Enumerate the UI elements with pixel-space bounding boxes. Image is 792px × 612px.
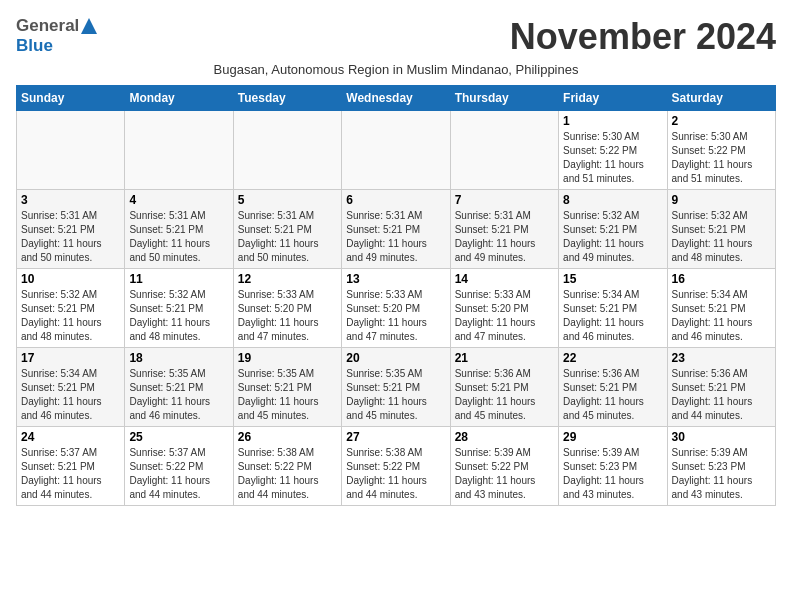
day-number: 10 bbox=[21, 272, 120, 286]
calendar-week-row: 3Sunrise: 5:31 AM Sunset: 5:21 PM Daylig… bbox=[17, 190, 776, 269]
calendar-cell: 15Sunrise: 5:34 AM Sunset: 5:21 PM Dayli… bbox=[559, 269, 667, 348]
calendar-cell: 11Sunrise: 5:32 AM Sunset: 5:21 PM Dayli… bbox=[125, 269, 233, 348]
calendar-cell: 30Sunrise: 5:39 AM Sunset: 5:23 PM Dayli… bbox=[667, 427, 775, 506]
calendar-day-header: Wednesday bbox=[342, 86, 450, 111]
day-number: 27 bbox=[346, 430, 445, 444]
day-info: Sunrise: 5:31 AM Sunset: 5:21 PM Dayligh… bbox=[238, 209, 337, 265]
day-info: Sunrise: 5:32 AM Sunset: 5:21 PM Dayligh… bbox=[129, 288, 228, 344]
day-number: 20 bbox=[346, 351, 445, 365]
calendar-table: SundayMondayTuesdayWednesdayThursdayFrid… bbox=[16, 85, 776, 506]
day-info: Sunrise: 5:36 AM Sunset: 5:21 PM Dayligh… bbox=[563, 367, 662, 423]
day-info: Sunrise: 5:35 AM Sunset: 5:21 PM Dayligh… bbox=[346, 367, 445, 423]
day-info: Sunrise: 5:34 AM Sunset: 5:21 PM Dayligh… bbox=[563, 288, 662, 344]
calendar-day-header: Thursday bbox=[450, 86, 558, 111]
day-info: Sunrise: 5:39 AM Sunset: 5:23 PM Dayligh… bbox=[563, 446, 662, 502]
day-number: 6 bbox=[346, 193, 445, 207]
day-info: Sunrise: 5:30 AM Sunset: 5:22 PM Dayligh… bbox=[672, 130, 771, 186]
day-info: Sunrise: 5:34 AM Sunset: 5:21 PM Dayligh… bbox=[672, 288, 771, 344]
day-info: Sunrise: 5:33 AM Sunset: 5:20 PM Dayligh… bbox=[238, 288, 337, 344]
day-number: 21 bbox=[455, 351, 554, 365]
logo-general-text: General bbox=[16, 16, 79, 36]
day-number: 24 bbox=[21, 430, 120, 444]
calendar-cell: 22Sunrise: 5:36 AM Sunset: 5:21 PM Dayli… bbox=[559, 348, 667, 427]
day-info: Sunrise: 5:37 AM Sunset: 5:22 PM Dayligh… bbox=[129, 446, 228, 502]
day-info: Sunrise: 5:31 AM Sunset: 5:21 PM Dayligh… bbox=[129, 209, 228, 265]
calendar-header: SundayMondayTuesdayWednesdayThursdayFrid… bbox=[17, 86, 776, 111]
calendar-subtitle: Bugasan, Autonomous Region in Muslim Min… bbox=[16, 62, 776, 77]
calendar-cell: 18Sunrise: 5:35 AM Sunset: 5:21 PM Dayli… bbox=[125, 348, 233, 427]
calendar-cell: 1Sunrise: 5:30 AM Sunset: 5:22 PM Daylig… bbox=[559, 111, 667, 190]
day-number: 9 bbox=[672, 193, 771, 207]
day-info: Sunrise: 5:31 AM Sunset: 5:21 PM Dayligh… bbox=[21, 209, 120, 265]
day-number: 16 bbox=[672, 272, 771, 286]
day-info: Sunrise: 5:34 AM Sunset: 5:21 PM Dayligh… bbox=[21, 367, 120, 423]
day-number: 12 bbox=[238, 272, 337, 286]
calendar-cell: 27Sunrise: 5:38 AM Sunset: 5:22 PM Dayli… bbox=[342, 427, 450, 506]
calendar-cell: 17Sunrise: 5:34 AM Sunset: 5:21 PM Dayli… bbox=[17, 348, 125, 427]
logo: General Blue bbox=[16, 16, 99, 56]
logo-blue-text: Blue bbox=[16, 36, 53, 56]
calendar-cell: 16Sunrise: 5:34 AM Sunset: 5:21 PM Dayli… bbox=[667, 269, 775, 348]
day-info: Sunrise: 5:31 AM Sunset: 5:21 PM Dayligh… bbox=[346, 209, 445, 265]
calendar-cell bbox=[125, 111, 233, 190]
day-number: 19 bbox=[238, 351, 337, 365]
calendar-cell: 25Sunrise: 5:37 AM Sunset: 5:22 PM Dayli… bbox=[125, 427, 233, 506]
day-info: Sunrise: 5:31 AM Sunset: 5:21 PM Dayligh… bbox=[455, 209, 554, 265]
calendar-cell: 4Sunrise: 5:31 AM Sunset: 5:21 PM Daylig… bbox=[125, 190, 233, 269]
calendar-cell: 5Sunrise: 5:31 AM Sunset: 5:21 PM Daylig… bbox=[233, 190, 341, 269]
day-info: Sunrise: 5:37 AM Sunset: 5:21 PM Dayligh… bbox=[21, 446, 120, 502]
calendar-cell: 21Sunrise: 5:36 AM Sunset: 5:21 PM Dayli… bbox=[450, 348, 558, 427]
calendar-week-row: 24Sunrise: 5:37 AM Sunset: 5:21 PM Dayli… bbox=[17, 427, 776, 506]
day-number: 8 bbox=[563, 193, 662, 207]
calendar-cell: 9Sunrise: 5:32 AM Sunset: 5:21 PM Daylig… bbox=[667, 190, 775, 269]
calendar-day-header: Saturday bbox=[667, 86, 775, 111]
day-number: 23 bbox=[672, 351, 771, 365]
calendar-cell: 14Sunrise: 5:33 AM Sunset: 5:20 PM Dayli… bbox=[450, 269, 558, 348]
calendar-day-header: Sunday bbox=[17, 86, 125, 111]
day-number: 13 bbox=[346, 272, 445, 286]
day-info: Sunrise: 5:35 AM Sunset: 5:21 PM Dayligh… bbox=[129, 367, 228, 423]
calendar-day-header: Friday bbox=[559, 86, 667, 111]
calendar-cell: 12Sunrise: 5:33 AM Sunset: 5:20 PM Dayli… bbox=[233, 269, 341, 348]
day-info: Sunrise: 5:36 AM Sunset: 5:21 PM Dayligh… bbox=[672, 367, 771, 423]
calendar-cell: 24Sunrise: 5:37 AM Sunset: 5:21 PM Dayli… bbox=[17, 427, 125, 506]
day-number: 17 bbox=[21, 351, 120, 365]
day-number: 5 bbox=[238, 193, 337, 207]
calendar-cell: 26Sunrise: 5:38 AM Sunset: 5:22 PM Dayli… bbox=[233, 427, 341, 506]
day-info: Sunrise: 5:32 AM Sunset: 5:21 PM Dayligh… bbox=[563, 209, 662, 265]
calendar-week-row: 17Sunrise: 5:34 AM Sunset: 5:21 PM Dayli… bbox=[17, 348, 776, 427]
calendar-day-header: Monday bbox=[125, 86, 233, 111]
day-number: 18 bbox=[129, 351, 228, 365]
calendar-cell: 8Sunrise: 5:32 AM Sunset: 5:21 PM Daylig… bbox=[559, 190, 667, 269]
calendar-cell bbox=[342, 111, 450, 190]
day-number: 7 bbox=[455, 193, 554, 207]
day-number: 3 bbox=[21, 193, 120, 207]
calendar-cell: 13Sunrise: 5:33 AM Sunset: 5:20 PM Dayli… bbox=[342, 269, 450, 348]
calendar-cell bbox=[450, 111, 558, 190]
month-title: November 2024 bbox=[510, 16, 776, 58]
calendar-cell: 7Sunrise: 5:31 AM Sunset: 5:21 PM Daylig… bbox=[450, 190, 558, 269]
day-number: 22 bbox=[563, 351, 662, 365]
day-info: Sunrise: 5:39 AM Sunset: 5:23 PM Dayligh… bbox=[672, 446, 771, 502]
day-number: 28 bbox=[455, 430, 554, 444]
calendar-week-row: 10Sunrise: 5:32 AM Sunset: 5:21 PM Dayli… bbox=[17, 269, 776, 348]
day-number: 26 bbox=[238, 430, 337, 444]
calendar-cell: 20Sunrise: 5:35 AM Sunset: 5:21 PM Dayli… bbox=[342, 348, 450, 427]
day-number: 4 bbox=[129, 193, 228, 207]
day-number: 25 bbox=[129, 430, 228, 444]
calendar-cell: 28Sunrise: 5:39 AM Sunset: 5:22 PM Dayli… bbox=[450, 427, 558, 506]
day-number: 2 bbox=[672, 114, 771, 128]
calendar-cell: 29Sunrise: 5:39 AM Sunset: 5:23 PM Dayli… bbox=[559, 427, 667, 506]
calendar-cell: 23Sunrise: 5:36 AM Sunset: 5:21 PM Dayli… bbox=[667, 348, 775, 427]
day-number: 14 bbox=[455, 272, 554, 286]
day-info: Sunrise: 5:38 AM Sunset: 5:22 PM Dayligh… bbox=[238, 446, 337, 502]
calendar-cell: 10Sunrise: 5:32 AM Sunset: 5:21 PM Dayli… bbox=[17, 269, 125, 348]
day-info: Sunrise: 5:39 AM Sunset: 5:22 PM Dayligh… bbox=[455, 446, 554, 502]
day-info: Sunrise: 5:33 AM Sunset: 5:20 PM Dayligh… bbox=[455, 288, 554, 344]
calendar-cell: 3Sunrise: 5:31 AM Sunset: 5:21 PM Daylig… bbox=[17, 190, 125, 269]
calendar-cell bbox=[17, 111, 125, 190]
day-info: Sunrise: 5:32 AM Sunset: 5:21 PM Dayligh… bbox=[21, 288, 120, 344]
day-number: 15 bbox=[563, 272, 662, 286]
day-info: Sunrise: 5:38 AM Sunset: 5:22 PM Dayligh… bbox=[346, 446, 445, 502]
day-number: 29 bbox=[563, 430, 662, 444]
